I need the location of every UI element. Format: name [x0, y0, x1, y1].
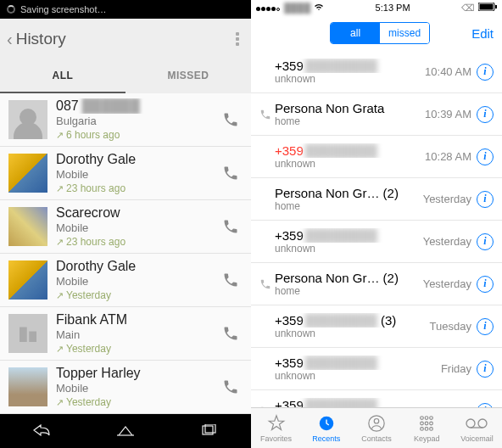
call-info: +359████████ (3)unknown — [275, 313, 430, 339]
call-meta: ↗Yesterday — [56, 396, 219, 408]
contact-label: Main — [56, 328, 219, 341]
call-info: Persona Non Gr… (2)home — [275, 186, 423, 212]
call-time: Tuesday — [430, 320, 471, 333]
svg-rect-7 — [495, 5, 497, 8]
call-button[interactable] — [219, 111, 243, 128]
contact-name: +359████████ — [275, 228, 423, 243]
info-button[interactable]: i — [477, 276, 494, 293]
info-button[interactable]: i — [477, 191, 494, 208]
signal-icon — [256, 3, 281, 13]
clock: 5:13 PM — [376, 3, 410, 13]
call-meta: ↗23 hours ago — [56, 236, 219, 248]
call-button[interactable] — [219, 378, 243, 395]
svg-rect-0 — [20, 328, 27, 343]
tab-label: Contacts — [361, 434, 392, 443]
svg-point-15 — [425, 422, 428, 425]
header-left: ‹ History — [7, 30, 66, 49]
avatar — [8, 207, 47, 246]
seg-missed[interactable]: missed — [380, 23, 429, 43]
call-row[interactable]: +359████████ (3)unknownTuesdayi — [251, 305, 502, 348]
contact-name: Persona Non Gr… (2) — [275, 186, 423, 200]
ios-tab-bar: Favorites Recents Contacts Keypad Voicem… — [251, 407, 502, 448]
call-row[interactable]: ScarecrowMobile↗23 hours ago — [0, 200, 251, 254]
contact-name: Dorothy Gale — [56, 152, 219, 167]
call-row[interactable]: +359████████unknown10:40 AMi — [251, 51, 502, 93]
call-row[interactable]: +359████████unknownFridayi — [251, 348, 502, 390]
call-row[interactable]: +359████████unknown10:28 AMi — [251, 136, 502, 178]
svg-rect-1 — [29, 332, 36, 343]
info-button[interactable]: i — [477, 64, 494, 81]
call-time: Yesterday — [423, 277, 471, 290]
call-row[interactable]: Persona Non Gr… (2)homeYesterdayi — [251, 178, 502, 221]
info-button[interactable]: i — [477, 318, 494, 335]
back-icon[interactable]: ‹ — [7, 30, 13, 49]
bluetooth-icon: ⌫ — [461, 3, 475, 14]
call-button[interactable] — [219, 325, 243, 342]
android-nav-bar — [0, 414, 251, 448]
call-row[interactable]: Topper HarleyMobile↗Yesterday — [0, 361, 251, 414]
nav-back-icon[interactable] — [16, 423, 67, 440]
call-time: Yesterday — [423, 193, 471, 205]
call-info: 087██████Bulgaria↗6 hours ago — [56, 98, 219, 141]
call-row[interactable]: Dorothy GaleMobile↗Yesterday — [0, 254, 251, 307]
avatar — [8, 100, 47, 139]
contact-label: home — [275, 285, 423, 297]
call-button[interactable] — [219, 272, 243, 288]
tab-missed[interactable]: MISSED — [126, 59, 251, 93]
edit-button[interactable]: Edit — [471, 26, 494, 41]
overflow-menu-icon[interactable] — [236, 32, 244, 46]
clock-icon — [317, 414, 336, 433]
tab-recents[interactable]: Recents — [301, 408, 351, 448]
call-row[interactable]: 087██████Bulgaria↗6 hours ago — [0, 93, 251, 147]
tab-favorites[interactable]: Favorites — [251, 408, 301, 448]
call-row[interactable]: +359████████unknownYesterdayi — [251, 221, 502, 263]
call-row[interactable]: Fibank ATMMain↗Yesterday — [0, 307, 251, 361]
contact-name: Persona Non Gr… (2) — [275, 271, 423, 285]
contact-name: Topper Harley — [56, 366, 219, 381]
contact-name: +359████████ (3) — [275, 313, 430, 328]
contact-name: +359████████ — [275, 356, 441, 370]
svg-point-12 — [425, 416, 428, 419]
call-button[interactable] — [219, 165, 243, 182]
svg-point-18 — [425, 427, 428, 430]
call-row[interactable]: Persona Non Gr… (2)homeYesterdayi — [251, 263, 502, 305]
call-time: 10:40 AM — [425, 65, 471, 78]
info-button[interactable]: i — [477, 233, 494, 250]
call-time: 10:28 AM — [425, 150, 471, 163]
info-button[interactable]: i — [477, 106, 494, 123]
info-button[interactable]: i — [477, 361, 494, 378]
outgoing-icon — [256, 109, 275, 120]
contact-name: Scarecrow — [56, 205, 219, 221]
svg-point-19 — [430, 427, 433, 430]
call-info: ScarecrowMobile↗23 hours ago — [56, 205, 219, 248]
call-time: Friday — [441, 362, 471, 375]
spinner-icon — [7, 5, 15, 14]
page-title: History — [16, 30, 66, 48]
voicemail-icon — [466, 414, 488, 433]
nav-recent-icon[interactable] — [184, 423, 235, 440]
svg-point-20 — [466, 419, 475, 428]
svg-point-10 — [374, 418, 379, 423]
call-info: Persona Non Gr… (2)home — [275, 271, 423, 297]
contact-label: unknown — [275, 243, 423, 255]
ios-call-list: +359████████unknown10:40 AMiPersona Non … — [251, 51, 502, 433]
call-row[interactable]: Persona Non Gratahome10:39 AMi — [251, 93, 502, 136]
tab-all[interactable]: ALL — [0, 59, 126, 93]
call-info: +359████████unknown — [275, 228, 423, 255]
avatar — [8, 314, 47, 353]
tab-label: Voicemail — [460, 434, 494, 443]
call-meta: ↗6 hours ago — [56, 129, 219, 141]
seg-all[interactable]: all — [331, 23, 380, 43]
call-row[interactable]: Dorothy GaleMobile↗23 hours ago — [0, 147, 251, 200]
info-button[interactable]: i — [477, 148, 494, 165]
person-icon — [367, 414, 386, 433]
svg-point-16 — [430, 422, 433, 425]
tab-keypad[interactable]: Keypad — [402, 408, 452, 448]
tab-voicemail[interactable]: Voicemail — [452, 408, 502, 448]
call-info: Dorothy GaleMobile↗Yesterday — [56, 259, 219, 301]
call-button[interactable] — [219, 218, 243, 235]
wifi-icon — [314, 3, 324, 13]
tab-contacts[interactable]: Contacts — [351, 408, 401, 448]
nav-home-icon[interactable] — [100, 423, 151, 440]
battery-icon — [478, 3, 497, 13]
